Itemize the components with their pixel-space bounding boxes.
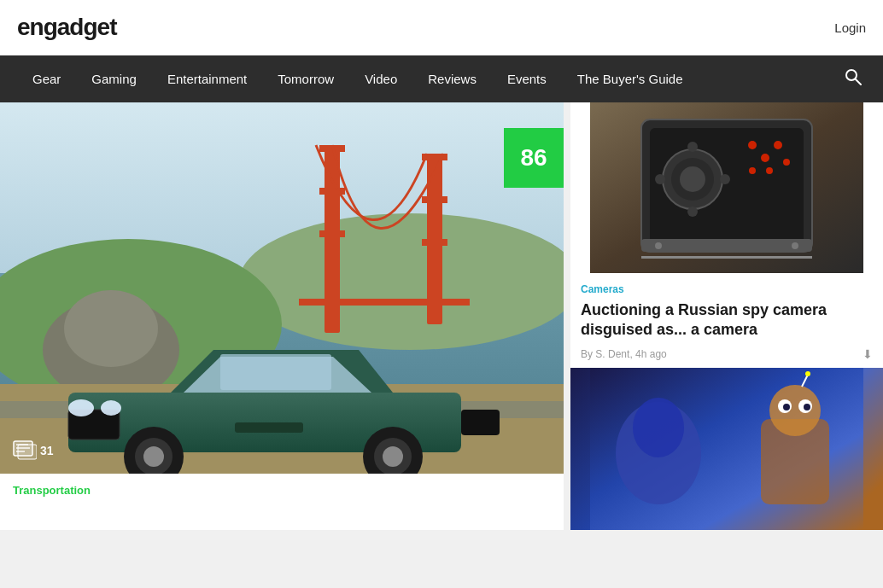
- article-byline-1: By S. Dent, 4h ago ⬇: [581, 347, 873, 361]
- svg-point-8: [64, 290, 158, 367]
- article-category-1[interactable]: Cameras: [581, 283, 873, 295]
- svg-rect-37: [18, 445, 37, 459]
- score-value: 86: [520, 144, 547, 172]
- svg-point-0: [846, 70, 857, 80]
- hero-scene-svg: [0, 102, 564, 474]
- nav-items-list: Gear Gaming Entertainment Tomorrow Video…: [17, 55, 840, 102]
- svg-line-1: [856, 79, 861, 84]
- svg-point-66: [804, 404, 810, 410]
- svg-point-44: [687, 142, 698, 152]
- article-image-2[interactable]: [570, 368, 883, 530]
- svg-rect-17: [299, 299, 470, 306]
- hero-article: 86 31 Transportation: [0, 102, 564, 530]
- main-content: 86 31 Transportation: [0, 102, 883, 530]
- svg-rect-54: [641, 239, 812, 252]
- nav-item-video[interactable]: Video: [349, 55, 412, 102]
- svg-point-55: [655, 242, 662, 249]
- comments-badge[interactable]: 31: [13, 440, 54, 461]
- hero-image[interactable]: 86 31: [0, 102, 564, 474]
- site-header: engadget Login: [0, 0, 883, 55]
- nav-item-gear[interactable]: Gear: [17, 55, 76, 102]
- svg-point-43: [680, 166, 705, 192]
- article-title-1[interactable]: Auctioning a Russian spy camera disguise…: [581, 300, 873, 341]
- svg-point-60: [633, 398, 684, 457]
- sidebar-articles: Cameras Auctioning a Russian spy camera …: [570, 102, 883, 530]
- svg-point-48: [748, 141, 757, 149]
- article-card-1: Cameras Auctioning a Russian spy camera …: [570, 102, 883, 361]
- svg-point-30: [101, 400, 121, 416]
- search-icon: [845, 68, 862, 85]
- svg-point-62: [769, 385, 821, 436]
- search-button[interactable]: [840, 64, 866, 94]
- svg-point-53: [783, 159, 790, 166]
- svg-point-47: [720, 174, 730, 184]
- svg-point-56: [792, 242, 798, 249]
- comment-icon: [13, 440, 37, 461]
- article-meta-1: Cameras Auctioning a Russian spy camera …: [570, 273, 883, 361]
- svg-point-45: [687, 207, 698, 217]
- download-icon-1[interactable]: ⬇: [863, 347, 873, 361]
- article-card-2: [570, 368, 883, 530]
- hero-category[interactable]: Transportation: [0, 474, 564, 504]
- svg-point-65: [783, 404, 790, 410]
- svg-point-27: [383, 446, 403, 467]
- svg-rect-21: [220, 354, 331, 390]
- logo-text: engadget: [17, 14, 116, 40]
- site-logo[interactable]: engadget: [17, 14, 834, 41]
- nav-item-reviews[interactable]: Reviews: [412, 55, 492, 102]
- article-time-1: 4h ago: [635, 348, 667, 360]
- author-name-1: S. Dent: [595, 348, 629, 360]
- nav-item-gaming[interactable]: Gaming: [76, 55, 152, 102]
- svg-point-29: [68, 399, 94, 416]
- nav-item-events[interactable]: Events: [492, 55, 562, 102]
- svg-rect-31: [461, 410, 500, 435]
- svg-point-46: [655, 174, 665, 184]
- svg-point-50: [774, 141, 782, 149]
- camera-image-svg: [570, 102, 883, 273]
- article-image-1[interactable]: [570, 102, 883, 273]
- svg-rect-16: [422, 239, 447, 246]
- svg-point-51: [749, 167, 756, 174]
- nav-item-buyers-guide[interactable]: The Buyer's Guide: [562, 55, 699, 102]
- svg-point-49: [761, 154, 769, 162]
- nav-item-tomorrow[interactable]: Tomorrow: [262, 55, 349, 102]
- svg-rect-32: [235, 422, 303, 433]
- svg-rect-12: [319, 230, 345, 237]
- svg-point-24: [143, 446, 164, 467]
- article-image-2-svg: [570, 368, 883, 530]
- main-nav: Gear Gaming Entertainment Tomorrow Video…: [0, 55, 883, 102]
- svg-point-52: [766, 167, 773, 174]
- svg-point-68: [805, 371, 810, 376]
- nav-item-entertainment[interactable]: Entertainment: [152, 55, 262, 102]
- comments-count: 31: [40, 444, 54, 457]
- svg-rect-57: [641, 256, 812, 259]
- score-badge: 86: [504, 128, 564, 188]
- login-button[interactable]: Login: [834, 20, 866, 35]
- svg-rect-15: [422, 196, 447, 203]
- article-author-time-1: By S. Dent, 4h ago: [581, 348, 667, 360]
